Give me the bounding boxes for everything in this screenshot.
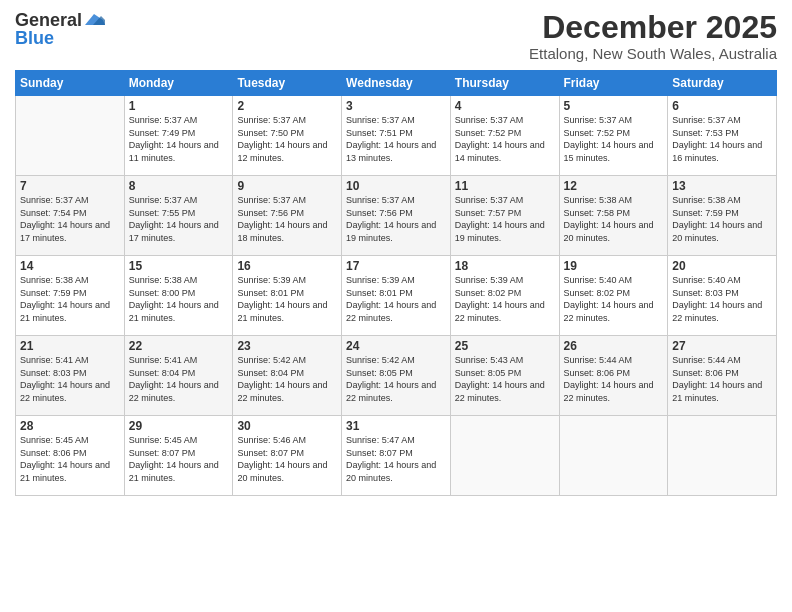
calendar-week-1: 7Sunrise: 5:37 AMSunset: 7:54 PMDaylight… [16, 176, 777, 256]
day-number: 23 [237, 339, 337, 353]
calendar-cell: 9Sunrise: 5:37 AMSunset: 7:56 PMDaylight… [233, 176, 342, 256]
cell-info: Sunrise: 5:37 AMSunset: 7:55 PMDaylight:… [129, 195, 219, 243]
calendar-table: Sunday Monday Tuesday Wednesday Thursday… [15, 70, 777, 496]
cell-info: Sunrise: 5:37 AMSunset: 7:53 PMDaylight:… [672, 115, 762, 163]
cell-info: Sunrise: 5:37 AMSunset: 7:57 PMDaylight:… [455, 195, 545, 243]
day-number: 25 [455, 339, 555, 353]
calendar-cell [668, 416, 777, 496]
col-wednesday: Wednesday [342, 71, 451, 96]
cell-info: Sunrise: 5:44 AMSunset: 8:06 PMDaylight:… [564, 355, 654, 403]
calendar-cell: 6Sunrise: 5:37 AMSunset: 7:53 PMDaylight… [668, 96, 777, 176]
day-number: 31 [346, 419, 446, 433]
cell-info: Sunrise: 5:42 AMSunset: 8:05 PMDaylight:… [346, 355, 436, 403]
day-number: 28 [20, 419, 120, 433]
calendar-week-0: 1Sunrise: 5:37 AMSunset: 7:49 PMDaylight… [16, 96, 777, 176]
day-number: 1 [129, 99, 229, 113]
day-number: 11 [455, 179, 555, 193]
cell-info: Sunrise: 5:45 AMSunset: 8:06 PMDaylight:… [20, 435, 110, 483]
day-number: 10 [346, 179, 446, 193]
calendar-cell: 13Sunrise: 5:38 AMSunset: 7:59 PMDayligh… [668, 176, 777, 256]
cell-info: Sunrise: 5:47 AMSunset: 8:07 PMDaylight:… [346, 435, 436, 483]
calendar-cell: 24Sunrise: 5:42 AMSunset: 8:05 PMDayligh… [342, 336, 451, 416]
cell-info: Sunrise: 5:37 AMSunset: 7:50 PMDaylight:… [237, 115, 327, 163]
calendar-cell: 14Sunrise: 5:38 AMSunset: 7:59 PMDayligh… [16, 256, 125, 336]
cell-info: Sunrise: 5:41 AMSunset: 8:04 PMDaylight:… [129, 355, 219, 403]
calendar-week-3: 21Sunrise: 5:41 AMSunset: 8:03 PMDayligh… [16, 336, 777, 416]
calendar-cell: 18Sunrise: 5:39 AMSunset: 8:02 PMDayligh… [450, 256, 559, 336]
day-number: 16 [237, 259, 337, 273]
col-monday: Monday [124, 71, 233, 96]
col-friday: Friday [559, 71, 668, 96]
calendar-cell: 12Sunrise: 5:38 AMSunset: 7:58 PMDayligh… [559, 176, 668, 256]
calendar-cell: 2Sunrise: 5:37 AMSunset: 7:50 PMDaylight… [233, 96, 342, 176]
col-saturday: Saturday [668, 71, 777, 96]
cell-info: Sunrise: 5:38 AMSunset: 7:59 PMDaylight:… [672, 195, 762, 243]
header: General Blue December 2025 Ettalong, New… [15, 10, 777, 62]
day-number: 18 [455, 259, 555, 273]
calendar-cell: 11Sunrise: 5:37 AMSunset: 7:57 PMDayligh… [450, 176, 559, 256]
cell-info: Sunrise: 5:39 AMSunset: 8:01 PMDaylight:… [346, 275, 436, 323]
day-number: 26 [564, 339, 664, 353]
day-number: 15 [129, 259, 229, 273]
calendar-cell: 29Sunrise: 5:45 AMSunset: 8:07 PMDayligh… [124, 416, 233, 496]
calendar-cell [16, 96, 125, 176]
col-thursday: Thursday [450, 71, 559, 96]
calendar-cell: 10Sunrise: 5:37 AMSunset: 7:56 PMDayligh… [342, 176, 451, 256]
location: Ettalong, New South Wales, Australia [529, 45, 777, 62]
calendar-cell: 4Sunrise: 5:37 AMSunset: 7:52 PMDaylight… [450, 96, 559, 176]
calendar-cell: 17Sunrise: 5:39 AMSunset: 8:01 PMDayligh… [342, 256, 451, 336]
day-number: 22 [129, 339, 229, 353]
header-row: Sunday Monday Tuesday Wednesday Thursday… [16, 71, 777, 96]
cell-info: Sunrise: 5:46 AMSunset: 8:07 PMDaylight:… [237, 435, 327, 483]
day-number: 2 [237, 99, 337, 113]
day-number: 21 [20, 339, 120, 353]
calendar-cell: 16Sunrise: 5:39 AMSunset: 8:01 PMDayligh… [233, 256, 342, 336]
day-number: 9 [237, 179, 337, 193]
day-number: 8 [129, 179, 229, 193]
cell-info: Sunrise: 5:37 AMSunset: 7:56 PMDaylight:… [237, 195, 327, 243]
col-tuesday: Tuesday [233, 71, 342, 96]
cell-info: Sunrise: 5:43 AMSunset: 8:05 PMDaylight:… [455, 355, 545, 403]
calendar-cell: 22Sunrise: 5:41 AMSunset: 8:04 PMDayligh… [124, 336, 233, 416]
cell-info: Sunrise: 5:40 AMSunset: 8:02 PMDaylight:… [564, 275, 654, 323]
day-number: 27 [672, 339, 772, 353]
calendar-cell: 26Sunrise: 5:44 AMSunset: 8:06 PMDayligh… [559, 336, 668, 416]
calendar-cell [450, 416, 559, 496]
calendar-cell: 27Sunrise: 5:44 AMSunset: 8:06 PMDayligh… [668, 336, 777, 416]
calendar-cell: 1Sunrise: 5:37 AMSunset: 7:49 PMDaylight… [124, 96, 233, 176]
calendar-week-2: 14Sunrise: 5:38 AMSunset: 7:59 PMDayligh… [16, 256, 777, 336]
day-number: 17 [346, 259, 446, 273]
day-number: 19 [564, 259, 664, 273]
cell-info: Sunrise: 5:39 AMSunset: 8:02 PMDaylight:… [455, 275, 545, 323]
cell-info: Sunrise: 5:44 AMSunset: 8:06 PMDaylight:… [672, 355, 762, 403]
day-number: 14 [20, 259, 120, 273]
cell-info: Sunrise: 5:38 AMSunset: 7:59 PMDaylight:… [20, 275, 110, 323]
day-number: 6 [672, 99, 772, 113]
day-number: 12 [564, 179, 664, 193]
calendar-cell: 3Sunrise: 5:37 AMSunset: 7:51 PMDaylight… [342, 96, 451, 176]
day-number: 20 [672, 259, 772, 273]
cell-info: Sunrise: 5:38 AMSunset: 8:00 PMDaylight:… [129, 275, 219, 323]
logo-icon [83, 12, 105, 27]
col-sunday: Sunday [16, 71, 125, 96]
calendar-week-4: 28Sunrise: 5:45 AMSunset: 8:06 PMDayligh… [16, 416, 777, 496]
calendar-page: General Blue December 2025 Ettalong, New… [0, 0, 792, 612]
month-title: December 2025 [529, 10, 777, 45]
logo: General Blue [15, 10, 105, 49]
calendar-cell: 8Sunrise: 5:37 AMSunset: 7:55 PMDaylight… [124, 176, 233, 256]
calendar-cell: 5Sunrise: 5:37 AMSunset: 7:52 PMDaylight… [559, 96, 668, 176]
day-number: 13 [672, 179, 772, 193]
day-number: 7 [20, 179, 120, 193]
calendar-cell: 15Sunrise: 5:38 AMSunset: 8:00 PMDayligh… [124, 256, 233, 336]
cell-info: Sunrise: 5:37 AMSunset: 7:49 PMDaylight:… [129, 115, 219, 163]
cell-info: Sunrise: 5:42 AMSunset: 8:04 PMDaylight:… [237, 355, 327, 403]
calendar-cell: 30Sunrise: 5:46 AMSunset: 8:07 PMDayligh… [233, 416, 342, 496]
calendar-cell: 20Sunrise: 5:40 AMSunset: 8:03 PMDayligh… [668, 256, 777, 336]
cell-info: Sunrise: 5:37 AMSunset: 7:51 PMDaylight:… [346, 115, 436, 163]
day-number: 4 [455, 99, 555, 113]
title-block: December 2025 Ettalong, New South Wales,… [529, 10, 777, 62]
cell-info: Sunrise: 5:38 AMSunset: 7:58 PMDaylight:… [564, 195, 654, 243]
cell-info: Sunrise: 5:37 AMSunset: 7:52 PMDaylight:… [564, 115, 654, 163]
cell-info: Sunrise: 5:37 AMSunset: 7:56 PMDaylight:… [346, 195, 436, 243]
logo-blue: Blue [15, 28, 54, 49]
